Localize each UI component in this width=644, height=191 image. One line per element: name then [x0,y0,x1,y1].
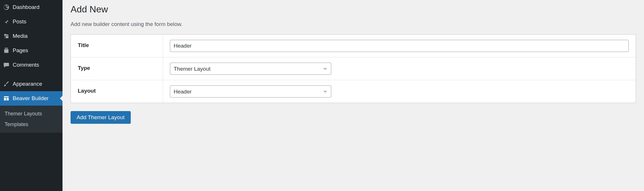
page-subtitle: Add new builder content using the form b… [71,21,636,27]
page-title: Add New [71,4,636,15]
sidebar-item-media[interactable]: Media [0,29,62,43]
brush-icon [3,80,10,87]
add-themer-layout-button[interactable]: Add Themer Layout [71,111,131,124]
add-new-form: Title Type Themer Layout Layout [71,34,636,103]
title-input[interactable] [170,40,629,52]
media-icon [3,33,10,40]
form-row-type: Type Themer Layout [71,57,636,80]
page-content: Add New Add new builder content using th… [62,0,644,191]
type-label: Type [71,57,163,80]
submenu-item-templates[interactable]: Templates [0,119,62,130]
sidebar-item-posts[interactable]: Posts [0,14,62,29]
sidebar-submenu: Themer Layouts Templates [0,106,62,133]
sidebar-item-pages[interactable]: Pages [0,43,62,58]
comment-icon [3,61,10,68]
sidebar-item-label: Beaver Builder [13,95,49,102]
pin-icon [3,18,10,25]
submenu-item-themer-layouts[interactable]: Themer Layouts [0,108,62,119]
title-label: Title [71,35,163,57]
sidebar-item-label: Posts [13,18,26,25]
sidebar-item-label: Appearance [13,81,42,87]
admin-sidebar: Dashboard Posts Media Pages Comments App… [0,0,62,191]
layout-label: Layout [71,80,163,103]
sidebar-item-beaver-builder[interactable]: Beaver Builder [0,91,62,106]
sidebar-item-label: Dashboard [13,4,39,10]
submit-row: Add Themer Layout [71,111,636,124]
sidebar-item-comments[interactable]: Comments [0,58,62,72]
sidebar-item-dashboard[interactable]: Dashboard [0,0,62,14]
form-row-title: Title [71,35,636,57]
sidebar-item-label: Pages [13,47,28,54]
form-row-layout: Layout Header [71,80,636,103]
dashboard-icon [3,4,10,11]
sidebar-item-label: Media [13,33,28,39]
sidebar-item-appearance[interactable]: Appearance [0,77,62,91]
sidebar-item-label: Comments [13,62,39,68]
pages-icon [3,47,10,54]
type-select[interactable]: Themer Layout [170,63,331,75]
layout-select[interactable]: Header [170,85,331,98]
layout-icon [3,95,10,102]
